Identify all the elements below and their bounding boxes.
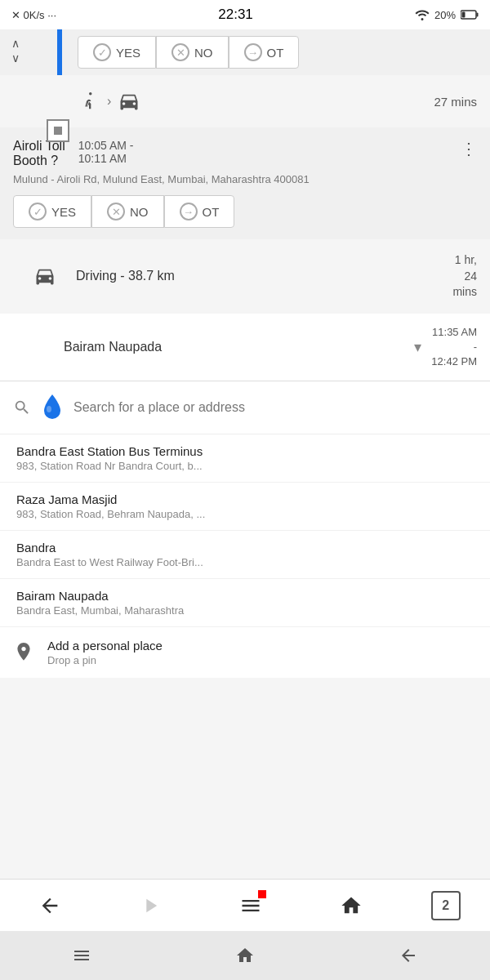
- result-addr-2: Bandra East to West Railway Foot-Bri...: [16, 556, 477, 568]
- status-right: 20%: [415, 9, 479, 21]
- sys-back-icon: [399, 946, 418, 965]
- three-dot-menu[interactable]: ⋮: [461, 139, 477, 158]
- windows-count: 2: [442, 898, 449, 913]
- battery-percent: 20%: [434, 9, 456, 21]
- bottom-nav: 2: [0, 879, 490, 931]
- result-addr-0: 983, Station Road Nr Bandra Court, b...: [16, 460, 477, 472]
- arrow-icon-toll: →: [180, 203, 198, 220]
- x-icon-top: ✕: [172, 43, 189, 61]
- drive-label: Driving - 38.7 km: [76, 269, 175, 283]
- no-button-top[interactable]: ✕ NO: [156, 36, 229, 69]
- battery-icon: [461, 10, 479, 20]
- sys-back-button[interactable]: [388, 935, 429, 976]
- toll-time: 10:05 AM -10:11 AM: [78, 139, 134, 165]
- search-result-bairam[interactable]: Bairam Naupada Bandra East, Mumbai, Maha…: [0, 579, 490, 627]
- car-icon-walk: [118, 90, 140, 113]
- x-icon-toll: ✕: [107, 203, 125, 220]
- walk-duration: 27 mins: [434, 95, 477, 109]
- result-name-1: Raza Jama Masjid: [16, 492, 477, 506]
- clock: 22:31: [218, 7, 253, 23]
- wifi-icon: [415, 9, 430, 20]
- back-arrow-icon: [38, 894, 61, 917]
- droplet-icon: [41, 393, 64, 422]
- other-button-toll[interactable]: → OT: [164, 195, 235, 228]
- scroll-down-icon[interactable]: ∨: [11, 52, 20, 64]
- scroll-up-icon[interactable]: ∧: [11, 38, 20, 49]
- waypoint-name: Bairam Naupada: [64, 340, 162, 354]
- svg-rect-1: [477, 13, 479, 17]
- dropdown-arrow-icon[interactable]: ▾: [414, 338, 421, 356]
- other-button-top[interactable]: → OT: [229, 36, 300, 69]
- add-personal-text: Add a personal place Drop a pin: [47, 639, 163, 666]
- search-dropdown: Bandra East Station Bus Terminus 983, St…: [0, 381, 490, 678]
- toll-name: Airoli TollBooth ?: [13, 139, 65, 168]
- status-left: ✕ 0K/s ···: [11, 9, 56, 21]
- add-personal-title: Add a personal place: [47, 639, 163, 653]
- walk-segment-row: › 27 mins: [0, 75, 490, 127]
- toll-card: Airoli TollBooth ? 10:05 AM -10:11 AM ⋮ …: [0, 127, 490, 239]
- yes-button-top[interactable]: ✓ YES: [78, 36, 156, 69]
- no-label-toll: NO: [130, 205, 149, 219]
- top-button-row: ✓ YES ✕ NO → OT: [0, 29, 490, 75]
- walk-icon: [78, 90, 100, 113]
- add-personal-place-row[interactable]: Add a personal place Drop a pin: [0, 627, 490, 678]
- nav-home-button[interactable]: [331, 885, 372, 926]
- sys-menu-button[interactable]: [61, 935, 102, 976]
- svg-rect-2: [462, 12, 466, 18]
- sys-home-icon: [235, 946, 255, 965]
- notification-dot: [258, 890, 266, 898]
- result-addr-1: 983, Station Road, Behram Naupada, ...: [16, 508, 477, 520]
- nav-back-button[interactable]: [29, 885, 70, 926]
- nav-forward-button[interactable]: [130, 885, 171, 926]
- result-name-3: Bairam Naupada: [16, 589, 477, 603]
- search-input-row[interactable]: [0, 381, 490, 434]
- waypoint-time: 11:35 AM-12:42 PM: [431, 325, 477, 370]
- forward-arrow-icon: [139, 894, 162, 917]
- svg-point-3: [47, 406, 51, 412]
- chevron-right-icon: ›: [107, 94, 111, 109]
- toll-address: Mulund - Airoli Rd, Mulund East, Mumbai,…: [13, 173, 477, 185]
- search-result-raza-masjid[interactable]: Raza Jama Masjid 983, Station Road, Behr…: [0, 483, 490, 531]
- drive-duration: 1 hr,24mins: [452, 253, 477, 298]
- check-icon-top: ✓: [93, 43, 111, 61]
- other-label-toll: OT: [203, 205, 220, 219]
- pin-icon: [13, 640, 34, 666]
- home-icon: [340, 894, 363, 917]
- search-input[interactable]: [74, 400, 477, 415]
- search-icon: [13, 399, 31, 416]
- walk-drive-icons: ›: [78, 90, 424, 113]
- search-result-bandra-bus[interactable]: Bandra East Station Bus Terminus 983, St…: [0, 434, 490, 483]
- search-result-bandra[interactable]: Bandra Bandra East to West Railway Foot-…: [0, 531, 490, 579]
- sys-home-button[interactable]: [225, 935, 265, 976]
- sys-menu-icon: [72, 946, 91, 965]
- pin-icon-wrap: [13, 640, 34, 666]
- yes-label-top: YES: [116, 46, 140, 60]
- network-status: ✕ 0K/s ···: [11, 9, 56, 21]
- yes-button-toll[interactable]: ✓ YES: [13, 195, 91, 228]
- status-bar: ✕ 0K/s ··· 22:31 20%: [0, 0, 490, 29]
- no-button-toll[interactable]: ✕ NO: [91, 195, 164, 228]
- nav-windows-button[interactable]: 2: [431, 891, 461, 920]
- other-label-top: OT: [267, 46, 284, 60]
- arrow-icon-top: →: [244, 43, 262, 61]
- drive-time: 1 hr,24mins: [452, 252, 477, 301]
- check-icon-toll: ✓: [29, 203, 47, 220]
- no-label-top: NO: [194, 46, 213, 60]
- result-name-2: Bandra: [16, 541, 477, 555]
- drive-segment: Driving - 38.7 km 1 hr,24mins: [0, 239, 490, 314]
- car-icon-drive: [33, 265, 56, 287]
- route-stop-top: [47, 119, 69, 142]
- waypoint-time-label: 11:35 AM-12:42 PM: [431, 326, 477, 368]
- scroll-arrows[interactable]: ∧ ∨: [11, 38, 20, 64]
- nav-menu-button[interactable]: [230, 885, 271, 926]
- toll-info: Airoli TollBooth ? 10:05 AM -10:11 AM: [13, 139, 133, 168]
- toll-header: Airoli TollBooth ? 10:05 AM -10:11 AM ⋮: [13, 139, 477, 168]
- result-name-0: Bandra East Station Bus Terminus: [16, 444, 477, 458]
- waypoint-row: Bairam Naupada ▾ 11:35 AM-12:42 PM: [0, 314, 490, 381]
- yes-label-toll: YES: [51, 205, 76, 219]
- drive-label-wrap: Driving - 38.7 km: [66, 269, 443, 283]
- toll-buttons: ✓ YES ✕ NO → OT: [13, 195, 477, 228]
- add-personal-subtitle: Drop a pin: [47, 654, 163, 666]
- system-nav: [0, 931, 490, 980]
- waypoint-select[interactable]: Bairam Naupada ▾: [64, 332, 421, 363]
